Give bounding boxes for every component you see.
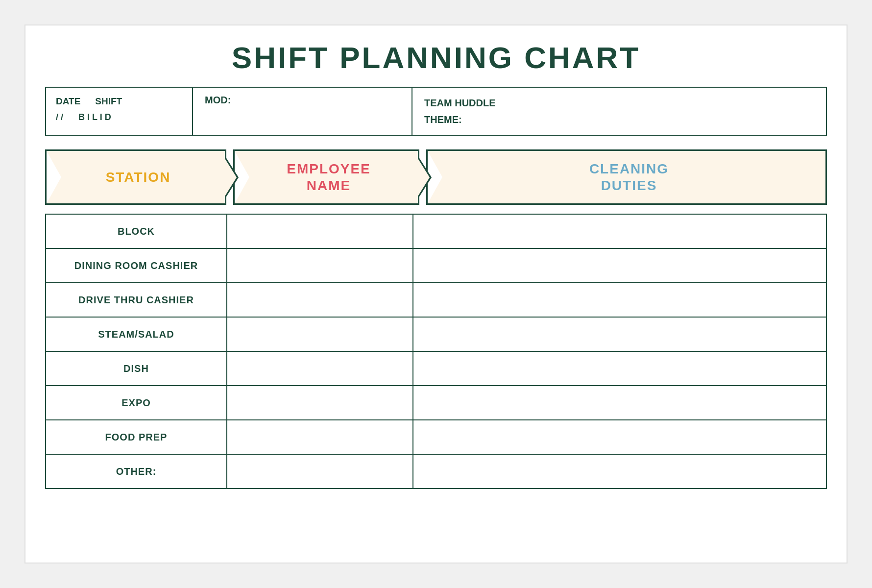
table-row: FOOD PREP <box>46 420 826 454</box>
table-row: EXPO <box>46 386 826 420</box>
mod-label: MOD: <box>205 95 231 105</box>
station-cell-1[interactable]: DINING ROOM CASHIER <box>46 248 227 283</box>
cleaning-cell-3[interactable] <box>413 317 826 351</box>
station-cell-2[interactable]: DRIVE THRU CASHIER <box>46 283 227 317</box>
date-value[interactable]: / / <box>56 111 63 124</box>
cleaning-cell-2[interactable] <box>413 283 826 317</box>
cleaning-cell-7[interactable] <box>413 454 826 489</box>
team-huddle-section: TEAM HUDDLE THEME: <box>412 88 826 135</box>
date-label: DATE <box>56 95 80 109</box>
table-row: DISH <box>46 351 826 386</box>
employee-cell-3[interactable] <box>227 317 413 351</box>
station-header: STATION <box>45 149 226 205</box>
headers-row: STATION EMPLOYEENAME CLEANINGDUTIES <box>45 149 827 205</box>
date-shift-section: DATE SHIFT / / B I L I D <box>46 88 193 135</box>
shift-options[interactable]: B I L I D <box>78 111 111 124</box>
mod-section: MOD: <box>193 88 412 135</box>
employee-header: EMPLOYEENAME <box>233 149 419 205</box>
cleaning-header: CLEANINGDUTIES <box>426 149 827 205</box>
table-row: STEAM/SALAD <box>46 317 826 351</box>
table-row: DINING ROOM CASHIER <box>46 248 826 283</box>
cleaning-cell-0[interactable] <box>413 214 826 248</box>
employee-cell-6[interactable] <box>227 420 413 454</box>
data-table: BLOCKDINING ROOM CASHIERDRIVE THRU CASHI… <box>45 214 827 489</box>
employee-cell-1[interactable] <box>227 248 413 283</box>
main-title: SHIFT PLANNING CHART <box>45 40 827 75</box>
cleaning-cell-5[interactable] <box>413 386 826 420</box>
cleaning-header-text: CLEANINGDUTIES <box>589 161 669 194</box>
table-row: DRIVE THRU CASHIER <box>46 283 826 317</box>
table-row: OTHER: <box>46 454 826 489</box>
team-huddle-label: TEAM HUDDLE <box>424 95 814 111</box>
cleaning-cell-4[interactable] <box>413 351 826 386</box>
station-cell-3[interactable]: STEAM/SALAD <box>46 317 227 351</box>
station-cell-4[interactable]: DISH <box>46 351 227 386</box>
employee-cell-2[interactable] <box>227 283 413 317</box>
info-bar: DATE SHIFT / / B I L I D MOD: TEAM HUDDL… <box>45 87 827 136</box>
employee-cell-5[interactable] <box>227 386 413 420</box>
station-cell-0[interactable]: BLOCK <box>46 214 227 248</box>
cleaning-cell-1[interactable] <box>413 248 826 283</box>
employee-cell-7[interactable] <box>227 454 413 489</box>
cleaning-cell-6[interactable] <box>413 420 826 454</box>
employee-cell-0[interactable] <box>227 214 413 248</box>
station-header-text: STATION <box>106 169 171 186</box>
shift-label: SHIFT <box>95 95 122 109</box>
station-cell-7[interactable]: OTHER: <box>46 454 227 489</box>
employee-header-text: EMPLOYEENAME <box>287 161 371 194</box>
table-row: BLOCK <box>46 214 826 248</box>
chart-container: SHIFT PLANNING CHART DATE SHIFT / / B I … <box>24 24 848 564</box>
theme-label: THEME: <box>424 114 462 125</box>
station-cell-6[interactable]: FOOD PREP <box>46 420 227 454</box>
station-cell-5[interactable]: EXPO <box>46 386 227 420</box>
employee-cell-4[interactable] <box>227 351 413 386</box>
